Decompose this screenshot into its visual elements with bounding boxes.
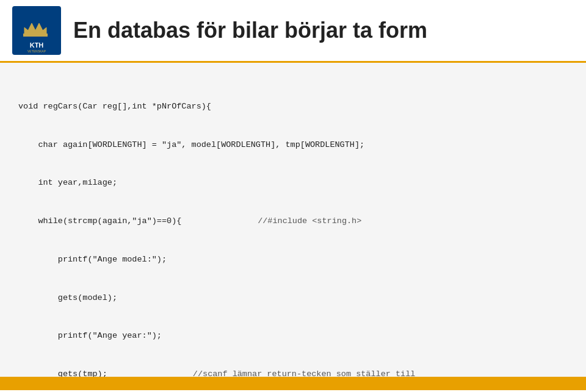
code-text: printf("Ange model:");	[18, 254, 167, 266]
code-line-3: int year,milage;	[18, 177, 568, 190]
code-line-1: void regCars(Car reg[],int *pNrOfCars){	[18, 101, 568, 113]
content-area: void regCars(Car reg[],int *pNrOfCars){ …	[0, 63, 586, 390]
code-text: void regCars(Car reg[],int *pNrOfCars){	[18, 101, 211, 113]
code-line-4: while(strcmp(again,"ja")==0){ //#include…	[18, 215, 568, 228]
code-block: void regCars(Car reg[],int *pNrOfCars){ …	[18, 75, 568, 378]
code-text: printf("Ange year:");	[18, 330, 162, 343]
code-comment: //#include <string.h>	[218, 215, 361, 228]
code-line-2: char again[WORDLENGTH] = "ja", model[WOR…	[18, 139, 568, 152]
header: KTH VETENSKAP En databas för bilar börja…	[0, 0, 586, 63]
page-title: En databas för bilar börjar ta form	[73, 18, 427, 43]
kth-logo: KTH VETENSKAP	[12, 6, 61, 55]
code-text: int year,milage;	[18, 177, 117, 190]
code-text: while(strcmp(again,"ja")==0){	[18, 215, 181, 228]
svg-text:VETENSKAP: VETENSKAP	[27, 49, 46, 53]
code-text: char again[WORDLENGTH] = "ja", model[WOR…	[18, 139, 364, 152]
code-line-7: printf("Ange year:");	[18, 330, 568, 343]
code-text: gets(model);	[18, 292, 117, 305]
bottom-bar	[0, 377, 586, 390]
code-line-5: printf("Ange model:");	[18, 254, 568, 266]
code-line-6: gets(model);	[18, 292, 568, 305]
svg-text:KTH: KTH	[30, 41, 44, 49]
svg-rect-2	[23, 34, 48, 37]
